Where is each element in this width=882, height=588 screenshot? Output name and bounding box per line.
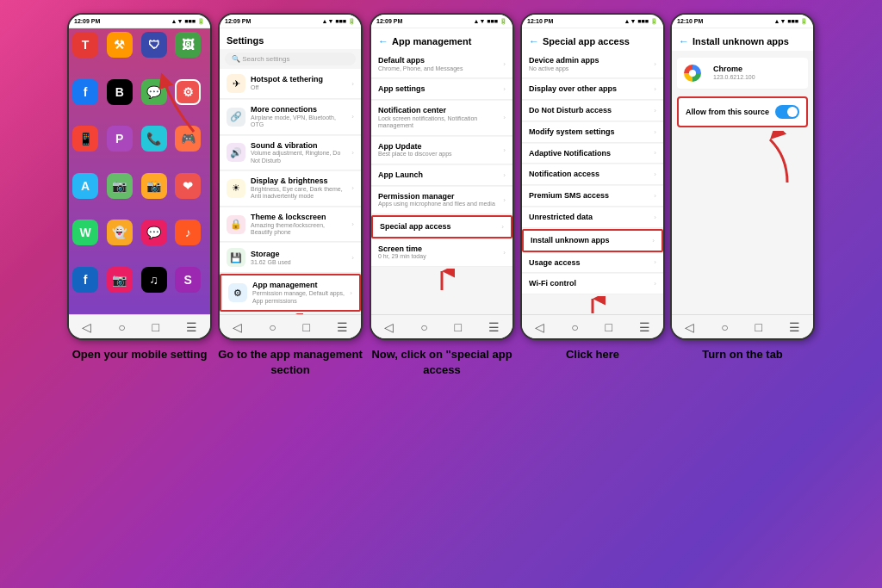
nav-back-2[interactable]: ◁ bbox=[233, 320, 242, 334]
item-app-settings[interactable]: App settings › bbox=[371, 79, 512, 100]
phone-2: 12:09 PM ▲▼ ■■■ 🔋 Settings 🔍 Search sett… bbox=[218, 13, 363, 340]
allow-toggle-row[interactable]: Allow from this source bbox=[677, 96, 808, 127]
nav-back-btn-4[interactable]: ◁ bbox=[535, 320, 544, 334]
nav-recents-1[interactable]: □ bbox=[152, 320, 158, 334]
settings-item-storage[interactable]: 💾 Storage 31.62 GB used › bbox=[220, 243, 361, 273]
hotspot-text: Hotspot & tethering Off bbox=[251, 75, 346, 91]
step-1: 12:09 PM ▲▼ ■■■ 🔋 T ⚒ 🛡 🖼 f B 💬 ⚙ 📱 P 📞 … bbox=[67, 13, 212, 362]
item-adaptive-notif[interactable]: Adaptive Notifications › bbox=[522, 144, 663, 164]
nav-bar-4: ◁ ○ □ ☰ bbox=[522, 314, 663, 338]
up-arrow-2 bbox=[277, 313, 303, 314]
item-app-launch[interactable]: App Launch › bbox=[371, 165, 512, 186]
arrow-au: › bbox=[503, 146, 506, 154]
chrome-entry[interactable]: Chrome 123.0.6212.100 bbox=[677, 58, 808, 90]
app-icon-app11[interactable]: S bbox=[175, 267, 201, 293]
adaptive-notif-text: Adaptive Notifications bbox=[529, 149, 649, 158]
app-icon-whatsapp[interactable]: W bbox=[72, 220, 98, 245]
sound-text: Sound & vibration Volume adjustment, Rin… bbox=[251, 141, 346, 165]
item-display-over[interactable]: Display over other apps › bbox=[522, 79, 663, 100]
arrow-iu: › bbox=[652, 237, 655, 244]
item-default-apps[interactable]: Default apps Chrome, Phone, and Messages… bbox=[371, 51, 512, 78]
nav-menu-btn-5[interactable]: ☰ bbox=[789, 320, 800, 334]
nav-home-btn-5[interactable]: ○ bbox=[721, 320, 728, 334]
item-dnd[interactable]: Do Not Disturb access › bbox=[522, 101, 663, 121]
app-icon-fb[interactable]: f bbox=[72, 79, 98, 105]
app-icon-app4[interactable]: P bbox=[107, 126, 133, 152]
settings-item-theme[interactable]: 🔒 Theme & lockscreen Amazing theme/locks… bbox=[220, 207, 361, 243]
signal-5: ▲▼ ■■■ 🔋 bbox=[774, 18, 808, 25]
display-over-text: Display over other apps bbox=[529, 84, 649, 94]
settings-item-sound[interactable]: 🔊 Sound & vibration Volume adjustment, R… bbox=[220, 136, 361, 171]
app-icon-b[interactable]: B bbox=[107, 79, 133, 105]
nav-menu-btn-3[interactable]: ☰ bbox=[488, 320, 500, 334]
settings-item-connections[interactable]: 🔗 More connections Airplane mode, VPN, B… bbox=[220, 100, 361, 135]
nav-home-btn-3[interactable]: ○ bbox=[420, 320, 427, 334]
item-wifi-ctrl[interactable]: Wi-Fi control › bbox=[522, 274, 663, 294]
settings-item-appmanagement[interactable]: ⚙ App management Permission manage, Defa… bbox=[220, 274, 361, 312]
app-icon-app9[interactable]: 📸 bbox=[141, 173, 167, 199]
arrow-na: › bbox=[654, 170, 656, 178]
item-install-unknown[interactable]: Install unknown apps › bbox=[522, 229, 663, 252]
nav-menu-2[interactable]: ☰ bbox=[337, 320, 348, 334]
app-icon-fb2[interactable]: f bbox=[72, 267, 98, 293]
item-premium-sms[interactable]: Premium SMS access › bbox=[522, 186, 663, 207]
home-screen: T ⚒ 🛡 🖼 f B 💬 ⚙ 📱 P 📞 🎮 A 📷 📸 ❤ W 👻 💬 bbox=[69, 28, 210, 314]
item-unrestricted[interactable]: Unrestricted data › bbox=[522, 207, 663, 228]
item-app-update[interactable]: App Update Best place to discover apps › bbox=[371, 137, 512, 164]
nav-recents-btn-4[interactable]: □ bbox=[605, 320, 612, 334]
arrow-dnd: › bbox=[654, 107, 656, 115]
app-icon-app3[interactable]: 📱 bbox=[72, 126, 98, 152]
nav-home-2[interactable]: ○ bbox=[269, 320, 276, 334]
back-arrow-5[interactable]: ← bbox=[679, 35, 689, 47]
settings-screen: Settings 🔍 Search settings ✈ Hotspot & t… bbox=[220, 28, 361, 314]
nav-menu-1[interactable]: ☰ bbox=[186, 320, 197, 334]
item-device-admin[interactable]: Device admin apps No active apps › bbox=[522, 51, 663, 78]
nav-home-1[interactable]: ○ bbox=[118, 320, 125, 334]
app-icon-app8[interactable]: 📷 bbox=[107, 173, 133, 199]
app-launch-text: App Launch bbox=[378, 170, 498, 180]
app-icon-insta[interactable]: 📷 bbox=[107, 267, 133, 293]
install-unknown-text: Install unknown apps bbox=[531, 236, 647, 245]
unrestricted-text: Unrestricted data bbox=[529, 213, 649, 222]
nav-home-btn-4[interactable]: ○ bbox=[571, 320, 578, 334]
item-notif-access[interactable]: Notification access › bbox=[522, 164, 663, 185]
status-bar-3: 12:09 PM ▲▼ ■■■ 🔋 bbox=[371, 15, 512, 28]
nav-recents-2[interactable]: □ bbox=[302, 320, 309, 334]
install-unknown-title: Install unknown apps bbox=[693, 36, 789, 46]
usage-access-text: Usage access bbox=[529, 258, 649, 268]
item-perm-manager[interactable]: Permission manager Apps using microphone… bbox=[371, 187, 512, 214]
app-icon-gallery[interactable]: 🖼 bbox=[175, 32, 201, 58]
app-icon-shield[interactable]: 🛡 bbox=[141, 32, 167, 58]
settings-item-hotspot[interactable]: ✈ Hotspot & tethering Off › bbox=[220, 69, 361, 99]
app-icon-tspot[interactable]: T bbox=[72, 32, 98, 58]
app-icon-app7[interactable]: A bbox=[72, 173, 98, 199]
app-icon-tiktok[interactable]: ♪ bbox=[175, 220, 201, 245]
item-screen-time[interactable]: Screen time 0 hr, 29 min today › bbox=[371, 239, 512, 267]
item-notif-center[interactable]: Notification center Lock screen notifica… bbox=[371, 101, 512, 136]
item-special-app-access[interactable]: Special app access › bbox=[371, 215, 512, 238]
app-icon-tools[interactable]: ⚒ bbox=[107, 32, 133, 58]
nav-menu-btn-4[interactable]: ☰ bbox=[639, 320, 650, 334]
settings-search[interactable]: 🔍 Search settings bbox=[225, 53, 356, 65]
app-icon-snap[interactable]: 👻 bbox=[107, 220, 133, 245]
up-arrow-4 bbox=[580, 296, 606, 313]
nav-back-btn-3[interactable]: ◁ bbox=[384, 320, 394, 334]
app-icon-tiktok2[interactable]: ♫ bbox=[141, 267, 167, 293]
back-arrow-4[interactable]: ← bbox=[529, 35, 539, 47]
special-app-header: ← Special app access bbox=[522, 28, 663, 51]
arrow-psms: › bbox=[654, 192, 656, 200]
allow-toggle[interactable] bbox=[775, 105, 799, 119]
app-icon-msg[interactable]: 💬 bbox=[141, 220, 167, 245]
nav-recents-btn-3[interactable]: □ bbox=[454, 320, 461, 334]
nav-recents-btn-5[interactable]: □ bbox=[755, 320, 761, 334]
up-arrow-5 bbox=[753, 131, 796, 183]
item-modify-sys[interactable]: Modify system settings › bbox=[522, 122, 663, 143]
nav-back-btn-5[interactable]: ◁ bbox=[685, 320, 694, 334]
settings-item-display[interactable]: ☀ Display & brightness Brightness, Eye c… bbox=[220, 171, 361, 207]
allow-toggle-text: Allow from this source bbox=[686, 108, 770, 117]
nav-back-1[interactable]: ◁ bbox=[82, 320, 91, 334]
app-icon-app10[interactable]: ❤ bbox=[175, 173, 201, 199]
item-usage-access[interactable]: Usage access › bbox=[522, 253, 663, 274]
back-arrow-3[interactable]: ← bbox=[378, 35, 388, 47]
perm-manager-text: Permission manager Apps using microphone… bbox=[378, 192, 498, 208]
